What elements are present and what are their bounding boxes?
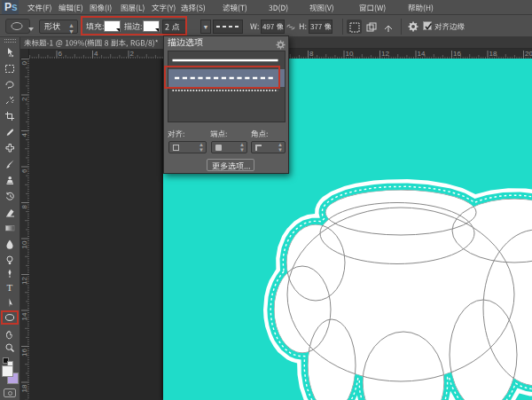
svg-text:14: 14: [418, 50, 426, 58]
svg-text:12: 12: [381, 50, 389, 58]
svg-text:4: 4: [20, 132, 28, 137]
svg-text:2: 2: [130, 50, 135, 58]
svg-text:18: 18: [489, 50, 497, 58]
svg-text:20: 20: [525, 50, 532, 58]
svg-text:T: T: [7, 282, 13, 293]
svg-text:0: 0: [20, 60, 28, 65]
svg-text:2: 2: [20, 97, 28, 101]
svg-text:8: 8: [20, 204, 28, 208]
svg-text:6: 6: [20, 169, 28, 173]
svg-text:8: 8: [309, 50, 314, 58]
svg-text:16: 16: [453, 50, 461, 58]
svg-text:6: 6: [59, 50, 63, 58]
svg-text:4: 4: [94, 50, 98, 58]
svg-text:10: 10: [346, 50, 354, 58]
